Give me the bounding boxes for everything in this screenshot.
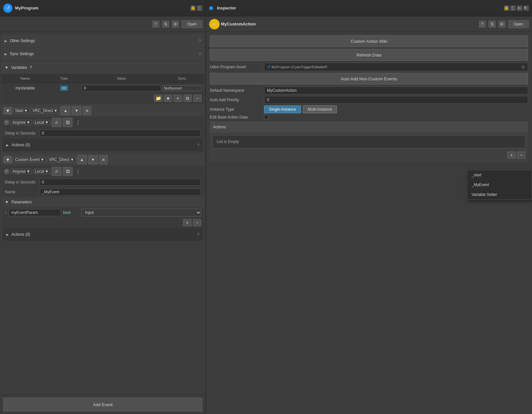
parameters-header[interactable]: ▼ Parameters: [2, 197, 204, 207]
help-toolbar-icon[interactable]: ?: [152, 21, 159, 28]
edit-base-action-checkbox[interactable]: [264, 115, 269, 119]
param-remove-btn[interactable]: −: [193, 219, 201, 226]
col-name: Name: [4, 76, 46, 80]
event2-copy-btn[interactable]: ⧉: [63, 167, 73, 176]
variables-header[interactable]: ▼ Variables ?: [1, 61, 204, 74]
event-delay-input[interactable]: [40, 130, 201, 137]
event2-delete-btn[interactable]: ✕: [99, 155, 108, 164]
right-dots-icon[interactable]: ⋮: [510, 6, 516, 11]
param-name-input[interactable]: [9, 209, 61, 216]
add-event-button[interactable]: Add Event: [3, 398, 202, 411]
event2-more-btn[interactable]: ⋮: [74, 167, 82, 176]
dropdown-item-variable-setter[interactable]: Variable Setter: [467, 190, 532, 199]
event2-actions-help[interactable]: ?: [197, 232, 199, 237]
event2-name-dropdown[interactable]: Custom Event ▼: [13, 157, 46, 162]
actions-remove-btn[interactable]: −: [517, 151, 525, 159]
event-copy-btn[interactable]: ⧉: [63, 118, 73, 127]
var-value[interactable]: [82, 85, 161, 91]
event-scope-dropdown[interactable]: Local ▼: [33, 120, 51, 125]
sync-settings-section[interactable]: ▶ Sync Settings ?: [1, 48, 204, 60]
auto-add-non-custom-btn[interactable]: Auto Add Non-Custom Events: [210, 73, 528, 85]
event-actions-help[interactable]: ?: [197, 143, 199, 148]
drag-handle[interactable]: ≡: [4, 210, 7, 215]
right-close-icon[interactable]: ✕: [524, 6, 529, 11]
right-help-icon[interactable]: ?: [479, 21, 486, 28]
sync-settings-arrow: ▶: [5, 52, 7, 56]
right-lock-icon[interactable]: 🔒: [504, 6, 509, 11]
var-copy-btn[interactable]: ⧉: [183, 95, 192, 102]
refresh-data-btn[interactable]: Refresh Data: [210, 49, 528, 61]
right-open-button[interactable]: Open: [508, 20, 529, 28]
dots-icon[interactable]: ⋮: [197, 6, 202, 11]
right-adjust-icon[interactable]: ⇅: [489, 21, 496, 28]
variables-help[interactable]: ?: [30, 65, 32, 70]
event-actions-header[interactable]: ▶ Actions (5) ?: [3, 139, 203, 151]
right-toolbar: ↩ MyCustomAction ? ⇅ ⚙ Open: [206, 16, 532, 32]
right-settings-icon[interactable]: ⚙: [498, 21, 506, 28]
dropdown-item-start[interactable]: _start: [467, 170, 532, 180]
event2-delay-label: Delay in Seconds: [5, 180, 38, 184]
event-down-btn[interactable]: ▼: [72, 106, 81, 115]
settings-toolbar-icon[interactable]: ⚙: [172, 21, 179, 28]
other-settings-arrow: ▶: [5, 39, 7, 43]
sync-settings-help[interactable]: ?: [199, 52, 201, 56]
event2-target-dropdown[interactable]: Anyone ▼: [11, 169, 32, 174]
add-event-row: Add Event: [0, 395, 206, 414]
event2-broadcast-dropdown[interactable]: VRC_Direct ▼: [47, 157, 75, 162]
actions-add-row: + −: [212, 150, 525, 160]
left-scroll-area[interactable]: ▶ Other Settings ? ▶ Sync Settings ? ▼ V…: [0, 32, 206, 395]
var-sync[interactable]: NotSynced Synced: [162, 85, 202, 91]
event2-slash-btn[interactable]: //: [52, 167, 61, 176]
event-name-dropdown[interactable]: Start ▼: [13, 108, 29, 113]
event-actions-label: Actions (5): [11, 143, 194, 147]
dropdown-item-myevent[interactable]: _MyEvent: [467, 180, 532, 190]
event-broadcast-label: VRC_Direct: [32, 108, 53, 113]
other-settings-help[interactable]: ?: [199, 39, 201, 43]
info-dot: [209, 6, 213, 10]
event2-scope-dropdown[interactable]: Local ▼: [33, 169, 51, 174]
event-slash-btn[interactable]: //: [52, 118, 61, 127]
actions-add-btn[interactable]: +: [507, 151, 516, 159]
event-help-circle[interactable]: ?: [4, 119, 9, 125]
event2-collapse-btn[interactable]: ▼: [4, 156, 12, 163]
target-icon[interactable]: ⊙: [521, 64, 525, 70]
event2-down-btn[interactable]: ▼: [88, 155, 98, 164]
actions-section-header: Actions: [210, 121, 528, 133]
var-add-btn[interactable]: +: [174, 95, 182, 102]
custom-action-wiki-btn[interactable]: Custom Action Wiki: [210, 35, 528, 47]
udon-program-label: Udon Program Asset: [210, 65, 262, 69]
default-namespace-input[interactable]: [264, 87, 528, 94]
event2-name-input[interactable]: [40, 188, 201, 196]
multi-instance-btn[interactable]: Multi-Instance: [303, 105, 337, 113]
right-asset-name-area: ↩ MyCustomAction: [209, 19, 476, 29]
other-settings-section[interactable]: ▶ Other Settings ?: [1, 35, 204, 47]
left-toolbar: ? ⇅ ⚙ Open: [0, 16, 206, 32]
right-restore-icon[interactable]: ▭: [517, 6, 522, 11]
single-instance-btn[interactable]: Single-Instance: [264, 105, 301, 113]
parameters-section: ▼ Parameters ≡ bool Input Output + −: [2, 197, 204, 228]
var-folder-btn[interactable]: 📁: [154, 95, 162, 102]
event-collapse-btn[interactable]: ▼: [4, 107, 12, 114]
right-content[interactable]: Custom Action Wiki Refresh Data Udon Pro…: [206, 32, 532, 414]
default-namespace-label: Default Namespace: [210, 88, 262, 93]
var-remove-btn[interactable]: −: [193, 95, 202, 102]
col-type: Type: [48, 76, 80, 80]
auto-add-priority-input[interactable]: [264, 96, 528, 104]
param-add-btn[interactable]: +: [183, 219, 191, 226]
adjust-toolbar-icon[interactable]: ⇅: [162, 21, 169, 28]
event-delete-btn[interactable]: ✕: [83, 106, 91, 115]
open-button[interactable]: Open: [182, 20, 202, 28]
lock-icon[interactable]: 🔒: [191, 6, 196, 11]
param-mode-select[interactable]: Input Output: [81, 209, 201, 216]
event2-delay-row: Delay in Seconds: [2, 177, 204, 187]
event-broadcast-dropdown[interactable]: VRC_Direct ▼: [31, 108, 59, 113]
event2-up-btn[interactable]: ▲: [77, 155, 87, 164]
col-sync: Sync: [162, 76, 202, 80]
event-target-dropdown[interactable]: Anyone ▼: [11, 120, 32, 125]
event-more-btn[interactable]: ⋮: [74, 118, 82, 127]
event2-help-circle[interactable]: ?: [4, 168, 9, 174]
event-up-btn[interactable]: ▲: [60, 106, 70, 115]
event2-delay-input[interactable]: [40, 179, 201, 186]
event2-actions-header[interactable]: ▶ Actions (0) ?: [3, 228, 203, 241]
var-star-btn[interactable]: ★: [164, 95, 172, 102]
